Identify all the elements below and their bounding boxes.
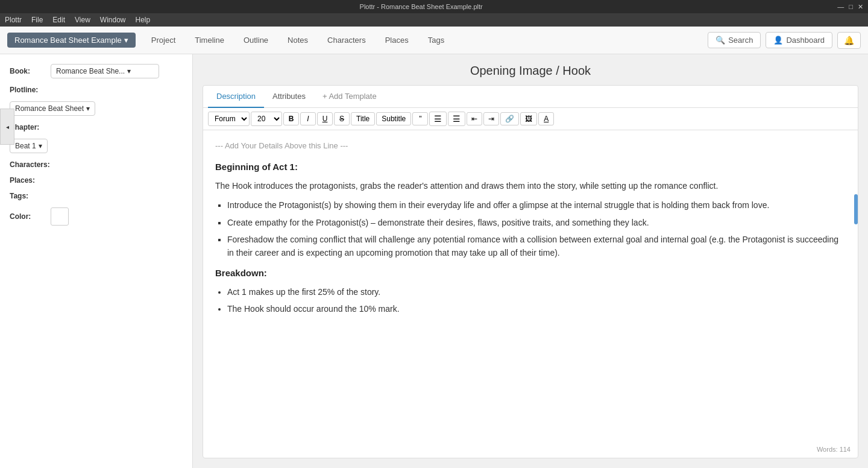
editor-bullet-1-2: Create empathy for the Protagonist(s) – … — [227, 216, 846, 229]
blockquote-button[interactable]: " — [412, 112, 428, 125]
nav-tab-timeline[interactable]: Timeline — [186, 32, 233, 48]
size-select[interactable]: 20 — [251, 112, 282, 126]
color-label: Color: — [10, 212, 46, 221]
chapter-select-row: Beat 1 ▾ — [10, 139, 183, 153]
nav-tab-notes[interactable]: Notes — [279, 32, 316, 48]
menu-bar: Plottr File Edit View Window Help — [0, 13, 868, 27]
brand-chevron-icon: ▾ — [124, 36, 128, 45]
book-field: Book: Romance Beat She... ▾ — [10, 64, 183, 78]
bold-button[interactable]: B — [283, 112, 299, 125]
notifications-button[interactable]: 🔔 — [837, 32, 861, 49]
places-field: Places: — [10, 176, 183, 185]
menu-help[interactable]: Help — [136, 16, 151, 24]
sidebar-toggle[interactable]: ◂ — [0, 109, 14, 145]
nav-tab-project[interactable]: Project — [143, 32, 184, 48]
italic-button[interactable]: I — [300, 112, 316, 125]
search-label: Search — [728, 36, 753, 45]
chapter-chevron-icon: ▾ — [39, 142, 42, 150]
nav-tab-places[interactable]: Places — [377, 32, 417, 48]
book-chevron-icon: ▾ — [127, 67, 131, 75]
title-bar-title: Plottr - Romance Beat Sheet Example.pltr — [5, 3, 837, 10]
title-bar: Plottr - Romance Beat Sheet Example.pltr… — [0, 0, 868, 13]
tab-add-template[interactable]: + Add Template — [314, 86, 385, 107]
editor-bullets-1: Introduce the Protagonist(s) by showing … — [227, 198, 846, 260]
tags-label: Tags: — [10, 192, 46, 200]
editor-card: Description Attributes + Add Template Fo… — [203, 85, 858, 458]
dashboard-icon: 👤 — [773, 36, 783, 45]
tags-field: Tags: — [10, 192, 183, 200]
indent-out-button[interactable]: ⇤ — [467, 112, 482, 125]
editor-bullet-1-3: Foreshadow the coming conflict that will… — [227, 233, 846, 260]
search-icon: 🔍 — [715, 36, 725, 45]
indent-in-button[interactable]: ⇥ — [483, 112, 499, 125]
image-button[interactable]: 🖼 — [520, 112, 537, 125]
bell-icon: 🔔 — [844, 36, 854, 45]
dashboard-label: Dashboard — [786, 36, 825, 45]
plotline-label: Plotline: — [10, 86, 46, 94]
chapter-value: Beat 1 — [15, 142, 36, 150]
menu-view[interactable]: View — [75, 16, 90, 24]
color-picker[interactable] — [51, 207, 69, 226]
characters-field: Characters: — [10, 160, 183, 169]
clear-format-button[interactable]: A — [538, 112, 554, 125]
main-layout: ◂ Book: Romance Beat She... ▾ Plotline: … — [0, 54, 868, 468]
menu-window[interactable]: Window — [100, 16, 126, 24]
menu-edit[interactable]: Edit — [52, 16, 65, 24]
card-tabs: Description Attributes + Add Template — [203, 86, 858, 108]
scroll-indicator — [854, 194, 858, 224]
content-header: Opening Image / Hook — [203, 64, 858, 78]
maximize-button[interactable]: □ — [849, 3, 853, 11]
characters-label: Characters: — [10, 160, 50, 169]
places-label: Places: — [10, 176, 46, 185]
nav-bar: Romance Beat Sheet Example ▾ Project Tim… — [0, 27, 868, 54]
editor-breakdown-heading: Breakdown: — [215, 266, 846, 280]
editor-toolbar: Forum 20 B I U S Title Subtitle " ☰ ☰ ⇤ … — [203, 108, 858, 130]
editor-intro: The Hook introduces the protagonists, gr… — [215, 179, 846, 192]
editor-bullet-2-2: The Hook should occur around the 10% mar… — [227, 302, 846, 315]
editor-content[interactable]: --- Add Your Details Above this Line ---… — [203, 130, 858, 458]
strikethrough-button[interactable]: S — [334, 112, 350, 125]
brand-label: Romance Beat Sheet Example — [14, 36, 122, 45]
minimize-button[interactable]: — — [837, 3, 844, 11]
content-area: Opening Image / Hook Description Attribu… — [193, 54, 868, 468]
font-select[interactable]: Forum — [208, 112, 250, 126]
nav-tab-tags[interactable]: Tags — [420, 32, 453, 48]
dashboard-button[interactable]: 👤 Dashboard — [766, 32, 832, 48]
plotline-select[interactable]: Romance Beat Sheet ▾ — [10, 101, 95, 116]
chapter-select[interactable]: Beat 1 ▾ — [10, 139, 48, 153]
unordered-list-button[interactable]: ☰ — [448, 112, 465, 126]
menu-plottr[interactable]: Plottr — [5, 16, 22, 24]
search-button[interactable]: 🔍 Search — [708, 32, 761, 48]
plotline-chevron-icon: ▾ — [86, 104, 90, 113]
word-count: Words: 114 — [817, 446, 851, 453]
book-select[interactable]: Romance Beat She... ▾ — [51, 64, 159, 78]
sidebar: Book: Romance Beat She... ▾ Plotline: Ro… — [0, 54, 193, 468]
menu-file[interactable]: File — [31, 16, 43, 24]
tab-attributes[interactable]: Attributes — [264, 86, 314, 108]
color-field: Color: — [10, 207, 183, 226]
editor-bullet-2-1: Act 1 makes up the first 25% of the stor… — [227, 285, 846, 299]
editor-heading: Beginning of Act 1: — [215, 160, 846, 174]
book-label: Book: — [10, 67, 46, 75]
book-value: Romance Beat She... — [56, 67, 125, 75]
close-window-button[interactable]: ✕ — [858, 3, 863, 11]
tab-description[interactable]: Description — [208, 86, 264, 108]
underline-button[interactable]: U — [317, 112, 333, 125]
subtitle-button[interactable]: Subtitle — [376, 112, 411, 125]
plotline-select-row: Romance Beat Sheet ▾ — [10, 101, 183, 116]
editor-bullet-1-1: Introduce the Protagonist(s) by showing … — [227, 198, 846, 212]
link-button[interactable]: 🔗 — [500, 112, 519, 125]
plotline-value: Romance Beat Sheet — [15, 104, 84, 113]
title-button[interactable]: Title — [351, 112, 375, 125]
plotline-field: Plotline: — [10, 86, 183, 94]
brand-dropdown[interactable]: Romance Beat Sheet Example ▾ — [7, 33, 136, 48]
ordered-list-button[interactable]: ☰ — [429, 112, 447, 126]
chapter-label: Chapter: — [10, 123, 46, 131]
editor-placeholder: --- Add Your Details Above this Line --- — [215, 140, 846, 153]
nav-tab-characters[interactable]: Characters — [319, 32, 374, 48]
chapter-field: Chapter: — [10, 123, 183, 131]
editor-bullets-2: Act 1 makes up the first 25% of the stor… — [227, 285, 846, 316]
nav-tab-outline[interactable]: Outline — [235, 32, 277, 48]
